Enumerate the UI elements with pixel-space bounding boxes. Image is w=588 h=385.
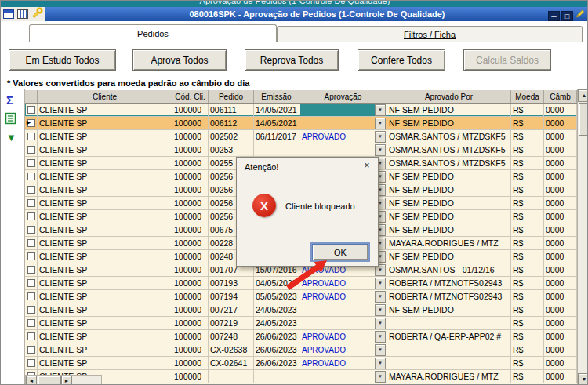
row-checkbox[interactable] — [27, 186, 35, 194]
table-row[interactable]: CLIENTE SP10000000721724/05/2023▼NF SEM … — [25, 303, 577, 317]
cell-moeda: R$ — [511, 330, 544, 343]
down-arrow-icon[interactable]: ▼ — [6, 132, 16, 143]
approval-combobox[interactable]: APROVADO▼ — [300, 291, 386, 303]
row-checkbox[interactable] — [27, 212, 35, 220]
chevron-down-icon[interactable]: ▼ — [375, 318, 386, 329]
cell-checkbox — [25, 197, 38, 209]
chevron-down-icon[interactable]: ▼ — [375, 291, 386, 303]
table-row[interactable]: CLIENTE SP10000000719304/05/2023APROVADO… — [25, 277, 577, 290]
row-checkbox[interactable] — [27, 106, 35, 114]
approval-combobox[interactable]: ▼ — [300, 318, 386, 329]
vertical-scrollbar[interactable]: ▲ ▼ — [577, 89, 588, 385]
table-row[interactable]: CLIENTE SP100000CX-0263826/06/2023APROVA… — [25, 343, 577, 357]
table-row[interactable]: CLIENTE SP10000000719405/05/2023APROVADO… — [25, 290, 577, 303]
chevron-down-icon[interactable]: ▼ — [375, 331, 386, 343]
table-row[interactable]: CLIENTE SP10000000253▼OSMAR.SANTOS / MTZ… — [25, 143, 577, 157]
grid-list-icon[interactable] — [5, 112, 17, 128]
minimize-button[interactable]: ─ — [548, 11, 560, 21]
chevron-down-icon[interactable]: ▼ — [375, 118, 386, 129]
approval-combobox[interactable]: ▼ — [300, 104, 386, 116]
row-checkbox[interactable] — [27, 292, 35, 300]
approval-combobox[interactable]: APROVADO▼ — [300, 131, 386, 143]
table-row[interactable]: CLIENTE SP10000000721924/05/2023▼R$0000 — [25, 317, 577, 330]
hscrollbar-thumb[interactable] — [38, 376, 61, 385]
window-titlebar[interactable]: 080016SPK - Aprovação de Pedidos (1-Cont… — [45, 7, 588, 21]
wrench-icon[interactable] — [31, 7, 43, 22]
tab-filtros-ficha[interactable]: Filtros / Ficha — [277, 26, 583, 42]
table-row[interactable]: CLIENTE SP100000CX-0264126/06/2023APROVA… — [25, 357, 577, 370]
scroll-right-button[interactable]: ► — [61, 376, 72, 385]
chevron-down-icon[interactable]: ▼ — [375, 104, 386, 116]
chevron-down-icon[interactable]: ▼ — [375, 131, 386, 143]
row-checkbox[interactable] — [27, 319, 35, 327]
header-cod-cli[interactable]: Cód. Cli. — [172, 90, 209, 103]
approval-combobox[interactable]: ▼ — [300, 144, 386, 156]
em-estudo-todos-button[interactable]: Em Estudo Todos — [9, 49, 116, 71]
row-checkbox[interactable] — [27, 133, 35, 140]
header-cliente[interactable]: Cliente — [38, 90, 172, 103]
confere-todos-button[interactable]: Confere Todos — [358, 49, 445, 71]
row-checkbox[interactable] — [27, 226, 35, 234]
dialog-close-icon[interactable]: × — [361, 160, 373, 172]
chevron-down-icon[interactable]: ▼ — [375, 371, 386, 383]
ok-button[interactable]: OK — [312, 244, 368, 260]
form-icon[interactable] — [3, 9, 14, 19]
header-pedido[interactable]: Pedido — [209, 90, 254, 103]
table-row[interactable]: CLIENTE SP10000000250206/11/2017APROVADO… — [25, 130, 577, 143]
cell-checkbox — [25, 210, 38, 223]
header-moeda[interactable]: Moeda — [511, 90, 544, 103]
tab-pedidos[interactable]: Pedidos — [29, 24, 277, 42]
cell-text: NF SEM PEDIDO — [389, 172, 454, 181]
row-checkbox[interactable] — [27, 252, 35, 260]
row-checkbox[interactable] — [27, 279, 35, 287]
reprova-todos-button[interactable]: Reprova Todos — [245, 49, 339, 71]
header-aprovacao[interactable]: Aprovação — [299, 90, 387, 103]
approval-combobox[interactable]: ▼ — [300, 371, 386, 383]
cell-cod: 100000 — [172, 370, 209, 383]
sum-icon[interactable]: Σ — [6, 93, 13, 107]
edit-pencil-icon[interactable] — [575, 9, 585, 23]
row-checkbox[interactable] — [27, 159, 35, 167]
horizontal-scrollbar[interactable]: ◄ ► — [25, 375, 102, 385]
approval-combobox[interactable]: APROVADO▼ — [300, 344, 386, 356]
header-camb[interactable]: Câmb — [544, 90, 577, 103]
chevron-down-icon[interactable]: ▼ — [375, 344, 386, 356]
scrollbar-thumb[interactable] — [579, 103, 588, 136]
cell-aprovacao: ▼ — [299, 143, 387, 156]
scroll-up-button[interactable]: ▲ — [578, 89, 588, 102]
chevron-down-icon[interactable]: ▼ — [375, 144, 386, 156]
chevron-down-icon[interactable]: ▼ — [375, 358, 386, 369]
approval-combobox[interactable]: APROVADO▼ — [300, 331, 386, 343]
row-checkbox[interactable] — [27, 199, 35, 207]
header-aprovado-por[interactable]: Aprovado Por — [387, 90, 511, 103]
aprova-todos-button[interactable]: Aprova Todos — [132, 49, 227, 71]
cell-text: R$ — [513, 318, 523, 328]
row-checkbox[interactable] — [27, 332, 35, 340]
chevron-down-icon[interactable]: ▼ — [375, 304, 386, 316]
cell-text: 0000 — [546, 172, 564, 181]
columns-icon[interactable] — [17, 9, 28, 19]
approval-combobox[interactable]: APROVADO▼ — [300, 358, 386, 369]
table-row[interactable]: CLIENTE SP100000▼MAYARA.RODRIGUES / MTZR… — [25, 370, 577, 383]
scroll-left-button[interactable]: ◄ — [26, 376, 37, 385]
cell-text: 006112 — [210, 118, 237, 128]
cell-text: 100000 — [174, 185, 201, 194]
approval-combobox[interactable]: APROVADO▼ — [300, 278, 386, 289]
row-checkbox[interactable] — [27, 306, 35, 314]
table-row[interactable]: ►CLIENTE SP10000000611214/05/2021▼NF SEM… — [25, 117, 577, 130]
cell-aprovacao: APROVADO▼ — [299, 343, 387, 356]
approval-combobox[interactable]: ▼ — [300, 118, 386, 129]
row-checkbox[interactable] — [27, 239, 35, 247]
approval-combobox[interactable]: ▼ — [300, 304, 386, 316]
row-checkbox[interactable] — [27, 346, 35, 354]
maximize-button[interactable]: □ — [561, 11, 573, 21]
header-emissao[interactable]: Emissão — [254, 90, 299, 103]
scroll-down-button[interactable]: ▼ — [578, 373, 588, 385]
row-checkbox[interactable] — [27, 146, 35, 154]
row-checkbox[interactable] — [27, 266, 35, 274]
row-checkbox[interactable] — [27, 359, 35, 367]
row-checkbox[interactable] — [27, 173, 35, 180]
table-row[interactable]: CLIENTE SP10000000724826/06/2023APROVADO… — [25, 330, 577, 343]
chevron-down-icon[interactable]: ▼ — [375, 278, 386, 289]
table-row[interactable]: CLIENTE SP10000000611114/05/2021▼NF SEM … — [25, 104, 577, 117]
